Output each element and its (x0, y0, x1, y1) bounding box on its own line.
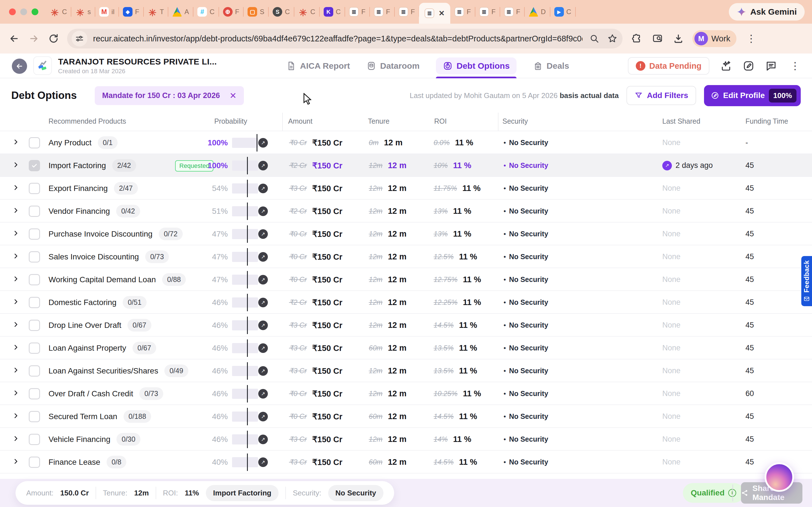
row-checkbox[interactable] (29, 365, 40, 377)
table-row[interactable]: Drop Line Over Draft 0/67 46% ↗ ₹3 Cr ₹1… (0, 313, 812, 336)
browser-tab[interactable]: ≣F (345, 0, 370, 24)
browser-tab[interactable]: A (168, 0, 193, 24)
row-checkbox[interactable] (29, 320, 40, 331)
comments-icon[interactable] (765, 60, 777, 72)
browser-tab[interactable]: ≣F (475, 0, 500, 24)
expand-chevron-icon[interactable] (12, 276, 19, 283)
browser-tab[interactable]: ≣F (500, 0, 525, 24)
row-checkbox[interactable] (29, 411, 40, 422)
open-details-icon[interactable]: ↗ (258, 343, 268, 353)
window-close-button[interactable] (9, 8, 16, 15)
browser-tab[interactable]: ⊕F (219, 0, 244, 24)
expand-chevron-icon[interactable] (12, 298, 19, 306)
url-text[interactable]: recur.aicatech.in/investor/app/debt-prod… (93, 34, 582, 43)
browser-tab[interactable]: ✳C (46, 0, 71, 24)
table-row[interactable]: Any Product 0/1 100% ↗ ₹0 Cr ₹150 Cr 0m … (0, 131, 812, 154)
address-bar[interactable]: recur.aicatech.in/investor/app/debt-prod… (67, 29, 622, 48)
open-details-icon[interactable]: ↗ (258, 207, 268, 216)
window-minimize-button[interactable] (20, 8, 27, 15)
zoom-page-icon[interactable] (588, 34, 601, 43)
row-checkbox[interactable] (29, 274, 40, 285)
table-row[interactable]: Purchase Invoice Discounting 0/72 47% ↗ … (0, 222, 812, 245)
open-details-icon[interactable]: ↗ (258, 138, 268, 148)
open-details-icon[interactable]: ↗ (258, 321, 268, 330)
tab-dataroom[interactable]: Dataroom (366, 54, 419, 78)
browser-profile-chip[interactable]: M Work (693, 30, 737, 47)
browser-tab[interactable]: ≣F (395, 0, 419, 24)
expand-chevron-icon[interactable] (12, 435, 19, 443)
table-row[interactable]: Finance Lease 0/8 40% ↗ ₹3 Cr ₹150 Cr 60… (0, 450, 812, 473)
expand-chevron-icon[interactable] (12, 138, 19, 147)
expand-chevron-icon[interactable] (12, 367, 19, 375)
site-settings-icon[interactable] (71, 31, 87, 47)
extensions-icon[interactable] (630, 33, 644, 44)
row-checkbox[interactable] (29, 160, 40, 171)
table-row[interactable]: Secured Term Loan 0/188 46% ↗ ₹0 Cr ₹150… (0, 404, 812, 427)
browser-menu-icon[interactable]: ⋮ (744, 33, 758, 45)
row-checkbox[interactable] (29, 137, 40, 149)
browser-tab[interactable]: #C (193, 0, 218, 24)
browser-tab[interactable]: ✳T (144, 0, 168, 24)
expand-chevron-icon[interactable] (12, 412, 19, 420)
browser-tab[interactable]: ✳s (71, 0, 95, 24)
browser-tab-active[interactable]: ≣✕ (419, 3, 450, 24)
table-row[interactable]: Loan Against Securities/Shares 0/49 46% … (0, 359, 812, 382)
expand-chevron-icon[interactable] (12, 252, 19, 261)
tab-deals[interactable]: Deals (533, 54, 569, 78)
browser-tab[interactable]: ▶C (550, 0, 575, 24)
expand-chevron-icon[interactable] (12, 161, 19, 169)
table-row[interactable]: Vendor Financing 0/42 51% ↗ ₹2 Cr ₹150 C… (0, 199, 812, 222)
table-row[interactable]: Over Draft / Cash Credit 0/73 46% ↗ ₹0 C… (0, 382, 812, 404)
assistant-orb-button[interactable] (765, 462, 794, 492)
row-checkbox[interactable] (29, 457, 40, 468)
row-checkbox[interactable] (29, 183, 40, 194)
add-filters-button[interactable]: Add Filters (626, 86, 696, 105)
open-details-icon[interactable]: ↗ (258, 298, 268, 307)
browser-tab[interactable]: ▢S (243, 0, 268, 24)
tab-close-icon[interactable]: ✕ (439, 9, 445, 18)
window-zoom-button[interactable] (32, 8, 38, 15)
bookmark-star-icon[interactable] (606, 34, 619, 44)
expand-chevron-icon[interactable] (12, 184, 19, 192)
tab-debt-options[interactable]: Debt Options (436, 54, 516, 78)
data-pending-button[interactable]: ! Data Pending (628, 57, 709, 75)
browser-tab[interactable]: ≣F (370, 0, 395, 24)
more-options-icon[interactable]: ⋮ (788, 60, 802, 72)
open-details-icon[interactable]: ↗ (258, 252, 268, 262)
open-details-icon[interactable]: ↗ (258, 184, 268, 193)
open-details-icon[interactable]: ↗ (258, 412, 268, 421)
browser-tab[interactable]: SC (268, 0, 294, 24)
row-checkbox[interactable] (29, 434, 40, 445)
row-checkbox[interactable] (29, 228, 40, 240)
row-checkbox[interactable] (29, 342, 40, 354)
table-row-partial[interactable] (0, 473, 812, 479)
browser-tab[interactable]: ≣F (450, 0, 475, 24)
security-filter-chip[interactable]: No Security (328, 485, 384, 501)
download-icon[interactable] (672, 33, 685, 44)
table-row[interactable]: Working Capital Demand Loan 0/88 47% ↗ ₹… (0, 268, 812, 290)
browser-tab[interactable]: Mil (95, 0, 119, 24)
row-checkbox[interactable] (29, 206, 40, 217)
browser-tab[interactable]: D (524, 0, 550, 24)
expand-chevron-icon[interactable] (12, 207, 19, 215)
open-details-icon[interactable]: ↗ (258, 389, 268, 399)
back-icon[interactable] (8, 33, 20, 45)
browser-tab[interactable]: KC (319, 0, 345, 24)
browser-tab[interactable]: ✳C (294, 0, 319, 24)
info-icon[interactable]: i (728, 489, 736, 497)
tab-aica-report[interactable]: AICA Report (286, 54, 350, 78)
open-details-icon[interactable]: ↗ (258, 435, 268, 444)
expand-chevron-icon[interactable] (12, 230, 19, 238)
back-button[interactable] (12, 59, 27, 74)
mandate-chip-close-icon[interactable]: ✕ (230, 91, 237, 101)
table-row[interactable]: Loan Against Property 0/67 46% ↗ ₹3 Cr ₹… (0, 336, 812, 359)
table-row[interactable]: Export Financing 2/47 54% ↗ ₹3 Cr ₹150 C… (0, 176, 812, 199)
expand-chevron-icon[interactable] (12, 458, 19, 466)
open-details-icon[interactable]: ↗ (258, 457, 268, 467)
open-details-icon[interactable]: ↗ (258, 275, 268, 284)
table-row[interactable]: Import Factoring 2/42 Requested 100% ↗ ₹… (0, 154, 812, 176)
reload-icon[interactable] (47, 33, 60, 45)
expand-chevron-icon[interactable] (12, 390, 19, 397)
open-details-icon[interactable]: ↗ (258, 366, 268, 376)
table-row[interactable]: Sales Invoice Discounting 0/73 47% ↗ ₹0 … (0, 245, 812, 268)
